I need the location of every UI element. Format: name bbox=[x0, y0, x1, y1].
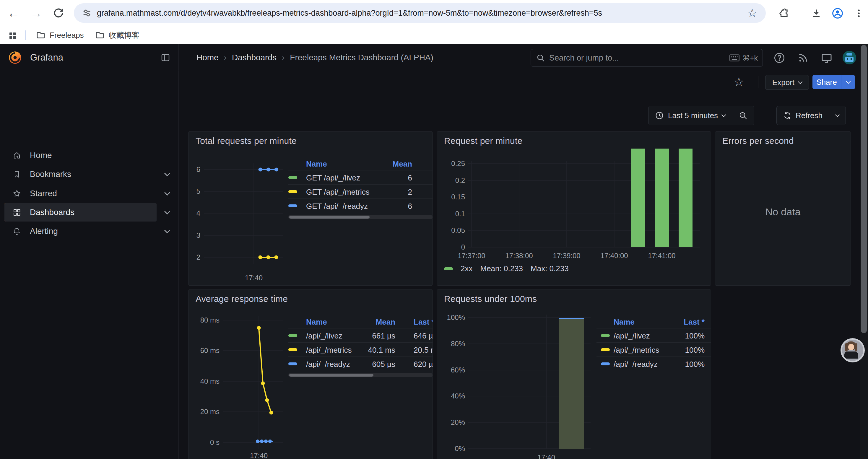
chevron-down-icon[interactable] bbox=[162, 207, 173, 218]
browser-forward-button[interactable]: → bbox=[28, 5, 44, 21]
y-tick: 0.1 bbox=[455, 210, 465, 218]
assistant-avatar[interactable] bbox=[840, 338, 865, 362]
site-settings-icon[interactable] bbox=[81, 7, 93, 19]
share-dropdown-button[interactable] bbox=[841, 75, 855, 89]
breadcrumb-dashboards[interactable]: Dashboards bbox=[232, 53, 277, 62]
bar-chart-plot[interactable]: 0.25 0.2 0.15 0.1 0.05 0 17:37:00 17:38:… bbox=[437, 132, 711, 285]
refresh-label: Refresh bbox=[796, 111, 823, 120]
panel-title[interactable]: Errors per second bbox=[722, 136, 794, 146]
series-last: 100% bbox=[596, 346, 705, 355]
news-rss-icon[interactable] bbox=[797, 52, 809, 64]
y-tick: 0.15 bbox=[451, 193, 465, 201]
chevron-down-icon[interactable] bbox=[162, 169, 173, 179]
legend-header-last[interactable]: Last * bbox=[414, 318, 433, 327]
no-data-message: No data bbox=[715, 206, 850, 218]
legend-row: GET /api/_/readyz 6 bbox=[288, 198, 433, 213]
sidebar-item-dashboards[interactable]: Dashboards bbox=[4, 203, 157, 222]
dashboards-grid-icon bbox=[13, 208, 21, 217]
bookmark-folder-freeleaps[interactable]: Freeleaps bbox=[34, 28, 86, 42]
search-icon bbox=[536, 54, 545, 62]
grafana-logo[interactable] bbox=[8, 51, 22, 64]
legend: 2xx Mean: 0.233 Max: 0.233 bbox=[444, 264, 569, 273]
bar-2xx[interactable] bbox=[631, 149, 645, 247]
series-mean: 2 bbox=[288, 188, 412, 197]
series-mean: 6 bbox=[288, 202, 412, 211]
sidebar-item-label: Alerting bbox=[30, 227, 58, 236]
favorite-dashboard-star-icon[interactable]: ☆ bbox=[732, 75, 746, 89]
search-placeholder: Search or jump to... bbox=[549, 54, 619, 63]
downloads-icon[interactable] bbox=[809, 6, 823, 20]
time-range-picker[interactable]: Last 5 minutes bbox=[649, 106, 732, 125]
chevron-down-icon[interactable] bbox=[162, 226, 173, 237]
series-mean: Mean: 0.233 bbox=[480, 264, 523, 273]
legend-scrollbar-thumb[interactable] bbox=[289, 216, 370, 219]
legend-header-mean[interactable]: Mean bbox=[288, 160, 412, 169]
apps-grid-icon[interactable] bbox=[7, 30, 18, 41]
browser-menu-icon[interactable] bbox=[852, 6, 866, 20]
refresh-button[interactable]: Refresh bbox=[777, 106, 829, 125]
panel-errors-per-second: Errors per second No data bbox=[715, 131, 851, 286]
legend-table: Name Mean GET /api/_/livez 6 GET /api/_/… bbox=[288, 157, 433, 222]
legend-header-mean[interactable]: Mean bbox=[288, 318, 395, 327]
reload-icon bbox=[53, 7, 64, 19]
help-icon[interactable] bbox=[773, 52, 786, 64]
y-tick: 0.2 bbox=[455, 176, 465, 184]
y-tick: 0% bbox=[455, 445, 465, 453]
legend-scrollbar bbox=[288, 215, 433, 219]
sidebar-item-starred[interactable]: Starred bbox=[4, 184, 157, 203]
chevron-down-icon[interactable] bbox=[162, 188, 173, 199]
browser-reload-button[interactable] bbox=[51, 5, 66, 21]
panel-request-per-minute: Request per minute 0.25 0.2 0.15 0.1 0.0… bbox=[437, 131, 711, 286]
bookmarks-divider bbox=[25, 30, 26, 40]
search-input[interactable]: Search or jump to... ⌘+k bbox=[531, 49, 763, 67]
extensions-icon[interactable] bbox=[777, 6, 790, 20]
breadcrumb-home[interactable]: Home bbox=[196, 53, 219, 62]
x-tick: 17:40 bbox=[537, 453, 555, 459]
collapse-menu-icon[interactable] bbox=[159, 52, 172, 64]
sidebar-item-home[interactable]: Home bbox=[4, 146, 157, 165]
sidebar-item-bookmarks[interactable]: Bookmarks bbox=[4, 165, 157, 184]
legend-header-last[interactable]: Last * bbox=[596, 318, 705, 327]
bookmark-star-icon[interactable]: ☆ bbox=[746, 7, 758, 19]
legend-scrollbar bbox=[288, 373, 433, 377]
bookmark-folder-label: 收藏博客 bbox=[109, 30, 140, 40]
bookmark-folder-blogs[interactable]: 收藏博客 bbox=[93, 28, 141, 42]
share-button[interactable]: Share bbox=[812, 75, 841, 89]
page-scrollbar-thumb[interactable] bbox=[861, 45, 867, 333]
bar-2xx[interactable] bbox=[655, 149, 669, 247]
browser-profile-icon[interactable] bbox=[831, 6, 844, 20]
sidebar-item-label: Bookmarks bbox=[30, 169, 71, 179]
series-mean: 661 µs bbox=[288, 331, 395, 340]
sidebar-item-label: Dashboards bbox=[30, 208, 74, 217]
area-bar-100pct[interactable] bbox=[559, 319, 584, 449]
y-tick: 3 bbox=[196, 231, 200, 239]
legend-row: /api/_/livez 661 µs 646 µs bbox=[288, 328, 433, 342]
zoom-out-time-button[interactable] bbox=[732, 106, 754, 125]
legend-scrollbar-thumb[interactable] bbox=[289, 374, 373, 376]
legend-table: Name Last * /api/_/livez 100% /api/_/met… bbox=[596, 315, 711, 374]
series-name[interactable]: 2xx bbox=[461, 264, 472, 273]
export-button[interactable]: Export bbox=[765, 75, 809, 90]
y-tick: 40% bbox=[451, 392, 465, 400]
sidebar-item-alerting[interactable]: Alerting bbox=[4, 222, 157, 240]
url-text[interactable]: grafana.mathmast.com/d/deytv4rwavabkb/fr… bbox=[97, 3, 602, 23]
chevron-down-icon bbox=[721, 112, 726, 117]
chevron-down-icon bbox=[798, 79, 803, 84]
browser-back-button[interactable]: ← bbox=[6, 5, 21, 21]
bookmark-folder-label: Freeleaps bbox=[50, 31, 84, 40]
bar-2xx[interactable] bbox=[679, 149, 692, 247]
x-tick: 17:40:00 bbox=[600, 252, 628, 260]
user-avatar[interactable] bbox=[843, 51, 856, 64]
chevron-down-icon bbox=[835, 112, 840, 117]
series-mean: 6 bbox=[288, 173, 412, 183]
breadcrumb: Home › Dashboards › Freeleaps Metrics Da… bbox=[196, 44, 433, 71]
series-max: Max: 0.233 bbox=[531, 264, 569, 273]
address-bar[interactable]: grafana.mathmast.com/d/deytv4rwavabkb/fr… bbox=[74, 3, 766, 23]
y-tick: 0 s bbox=[210, 438, 219, 446]
y-tick: 20 ms bbox=[200, 407, 219, 416]
forward-arrow-icon: → bbox=[30, 7, 42, 19]
y-tick: 80 ms bbox=[200, 316, 219, 324]
kiosk-monitor-icon[interactable] bbox=[820, 52, 833, 64]
refresh-interval-dropdown[interactable] bbox=[829, 106, 845, 125]
series-mean: 605 µs bbox=[288, 360, 395, 369]
